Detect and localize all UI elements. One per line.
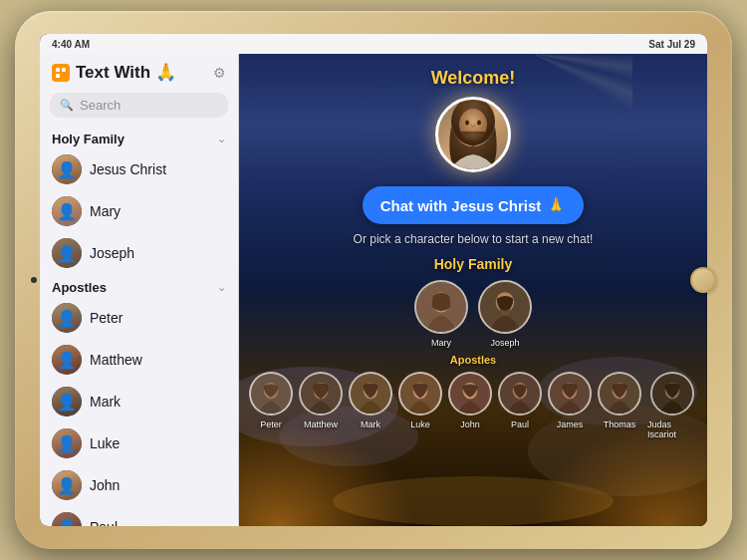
sidebar-icon (52, 64, 70, 82)
contact-mary[interactable]: 👤 Mary (40, 190, 238, 232)
contact-luke[interactable]: 👤 Luke (40, 422, 238, 464)
app-container: Text With 🙏 ⚙ 🔍 Search Holy Family ⌄ (40, 54, 707, 526)
char-avatar-thomas (598, 372, 641, 416)
contact-name-peter: Peter (90, 310, 123, 326)
main-overlay: Welcome! (239, 54, 707, 526)
char-name-james-bottom: James (557, 420, 584, 429)
contact-matthew[interactable]: 👤 Matthew (40, 339, 238, 381)
apostles-bottom-label: Apostles (450, 354, 496, 366)
avatar-luke: 👤 (52, 428, 82, 458)
sidebar-list: Holy Family ⌄ 👤 Jesus Christ 👤 Mary (40, 126, 238, 526)
sidebar-title: Text With 🙏 (76, 62, 176, 83)
char-james[interactable]: James (548, 372, 592, 439)
search-icon: 🔍 (60, 99, 74, 112)
camera-dot (31, 277, 37, 283)
settings-button[interactable]: ⚙ (213, 65, 226, 81)
avatar-jesus: 👤 (52, 154, 82, 184)
avatar-peter: 👤 (52, 303, 82, 333)
contact-name-paul: Paul (90, 519, 118, 526)
contact-john[interactable]: 👤 John (40, 464, 238, 506)
svg-rect-2 (56, 74, 60, 78)
apostles-characters-row: Peter Matthew Mark (239, 372, 707, 439)
char-avatar-mary (414, 280, 468, 334)
contact-jesus-christ[interactable]: 👤 Jesus Christ (40, 148, 238, 190)
char-name-judas-bottom: Judas Iscariot (647, 420, 697, 439)
status-bar: 4:40 AM Sat Jul 29 (40, 34, 707, 54)
contact-paul[interactable]: 👤 Paul (40, 506, 238, 526)
avatar-joseph: 👤 (52, 238, 82, 268)
char-avatar-james (548, 372, 592, 416)
holy-family-chevron[interactable]: ⌄ (217, 133, 226, 145)
avatar-mark: 👤 (52, 387, 82, 417)
contact-mark[interactable]: 👤 Mark (40, 381, 238, 422)
char-name-john-bottom: John (460, 420, 480, 429)
home-button[interactable] (690, 267, 716, 293)
char-name-peter-bottom: Peter (260, 420, 282, 429)
avatar-mary: 👤 (52, 196, 82, 226)
char-name-paul-bottom: Paul (511, 420, 529, 429)
contact-name-joseph: Joseph (90, 245, 134, 261)
welcome-text: Welcome! (431, 68, 516, 89)
contact-joseph[interactable]: 👤 Joseph (40, 232, 238, 274)
avatar-matthew: 👤 (52, 345, 82, 375)
contact-name-john: John (90, 477, 120, 493)
svg-point-6 (477, 121, 481, 126)
char-avatar-peter (249, 372, 293, 416)
contact-name-matthew: Matthew (90, 352, 142, 368)
char-name-luke-bottom: Luke (410, 420, 430, 429)
svg-rect-1 (62, 68, 66, 72)
section-apostles: Apostles ⌄ (40, 274, 238, 297)
contact-name-mark: Mark (90, 394, 121, 410)
or-pick-text: Or pick a character below to start a new… (354, 232, 594, 246)
sidebar: Text With 🙏 ⚙ 🔍 Search Holy Family ⌄ (40, 54, 239, 526)
char-avatar-paul (498, 372, 542, 416)
char-avatar-mark (349, 372, 392, 416)
section-holy-family: Holy Family ⌄ (40, 126, 238, 148)
chat-button-label: Chat with Jesus Christ (380, 197, 542, 214)
search-box[interactable]: 🔍 Search (50, 93, 228, 118)
char-avatar-judas-bottom (650, 372, 694, 416)
char-thomas[interactable]: Thomas (598, 372, 641, 439)
char-avatar-john (448, 372, 492, 416)
jesus-avatar-large (435, 97, 511, 172)
char-mark[interactable]: Mark (349, 372, 392, 439)
search-input[interactable]: Search (80, 98, 121, 113)
contact-name-mary: Mary (90, 203, 121, 219)
holy-family-bottom-label: Holy Family (434, 256, 513, 272)
char-luke[interactable]: Luke (398, 372, 442, 439)
avatar-john: 👤 (52, 470, 82, 500)
apostles-section-title: Apostles (52, 280, 107, 295)
char-name-mark-bottom: Mark (361, 420, 380, 429)
chat-button-emoji: 🙏 (547, 196, 566, 214)
char-name-mary: Mary (431, 338, 451, 348)
sidebar-header: Text With 🙏 ⚙ (40, 54, 238, 89)
char-judas-iscariot[interactable]: Judas Iscariot (647, 372, 697, 439)
char-paul[interactable]: Paul (498, 372, 542, 439)
apostles-chevron[interactable]: ⌄ (217, 281, 226, 294)
time: 4:40 AM (52, 39, 90, 50)
avatar-paul: 👤 (52, 512, 82, 526)
svg-rect-0 (56, 68, 60, 72)
char-peter[interactable]: Peter (249, 372, 293, 439)
svg-point-5 (465, 121, 469, 126)
date: Sat Jul 29 (648, 39, 695, 50)
holy-family-characters-row: Mary (414, 280, 532, 348)
contact-peter[interactable]: 👤 Peter (40, 297, 238, 339)
char-john[interactable]: John (448, 372, 492, 439)
ipad-device: 4:40 AM Sat Jul 29 Text With 🙏 ⚙ (15, 11, 732, 549)
ipad-screen: 4:40 AM Sat Jul 29 Text With 🙏 ⚙ (40, 34, 707, 526)
char-mary[interactable]: Mary (414, 280, 468, 348)
char-matthew[interactable]: Matthew (299, 372, 343, 439)
char-avatar-luke (398, 372, 442, 416)
char-avatar-matthew (299, 372, 343, 416)
char-name-joseph: Joseph (490, 338, 519, 348)
char-name-matthew-bottom: Matthew (304, 420, 338, 429)
char-name-thomas-bottom: Thomas (604, 420, 636, 429)
holy-family-section-title: Holy Family (52, 132, 124, 146)
char-joseph[interactable]: Joseph (478, 280, 532, 348)
char-avatar-joseph (478, 280, 532, 334)
contact-name-jesus: Jesus Christ (90, 161, 166, 177)
contact-name-luke: Luke (90, 435, 120, 451)
main-content: Welcome! (239, 54, 707, 526)
chat-button[interactable]: Chat with Jesus Christ 🙏 (363, 186, 585, 224)
